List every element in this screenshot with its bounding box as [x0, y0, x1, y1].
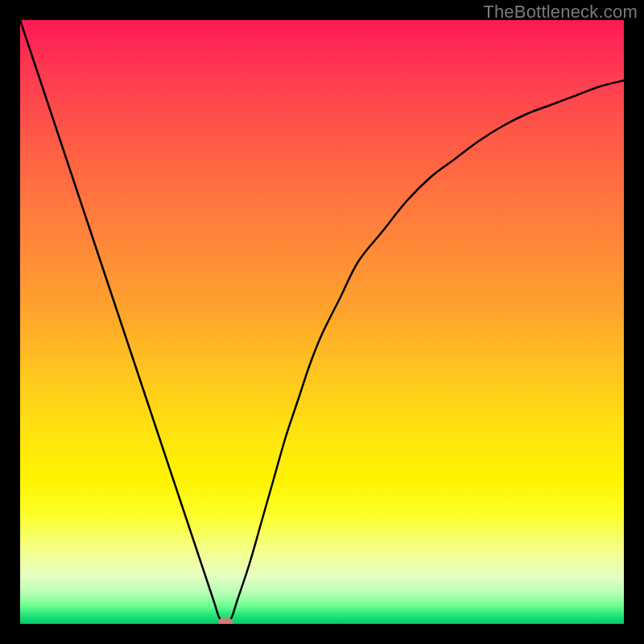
curve-path: [20, 20, 624, 624]
minimum-marker: [218, 618, 233, 624]
bottleneck-curve: [20, 20, 624, 624]
plot-area: [20, 20, 624, 624]
chart-frame: TheBottleneck.com: [0, 0, 644, 644]
watermark-label: TheBottleneck.com: [483, 2, 638, 23]
